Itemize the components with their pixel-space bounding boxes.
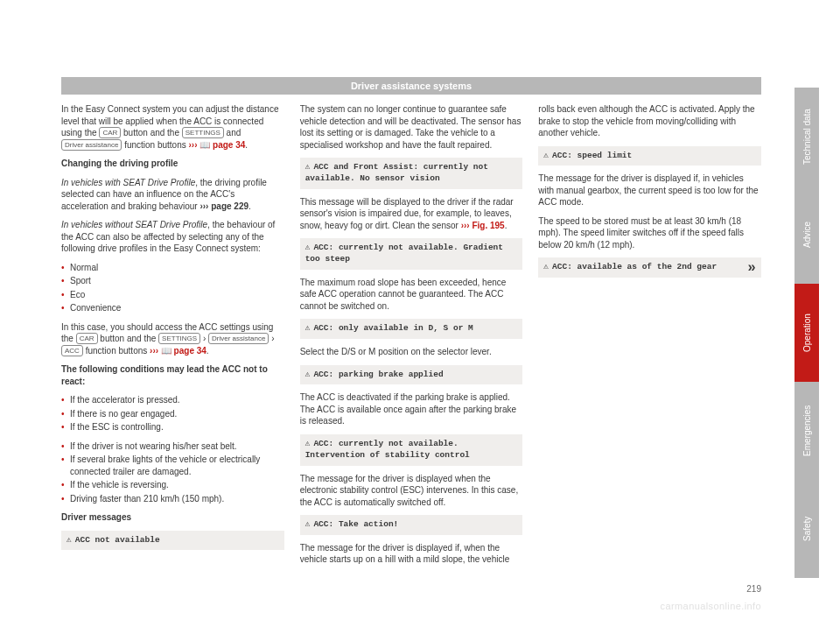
heading-changing-profile: Changing the driving profile	[61, 158, 284, 170]
driver-message-text: ACC: currently not available. Gradient t…	[305, 243, 503, 264]
watermark: carmanualsonline.info	[661, 601, 761, 611]
profile-list: Normal Sport Eco Convenience	[61, 262, 284, 314]
list-item: If the driver is not wearing his/her sea…	[61, 440, 284, 453]
text: button and the	[121, 128, 182, 137]
driver-message-text: ACC: currently not available. Interventi…	[305, 439, 470, 460]
warning-icon: ⚠	[543, 151, 549, 160]
text: In vehicles with SEAT Drive Profile	[61, 178, 195, 187]
driver-message-text: ACC: Take action!	[313, 519, 398, 529]
text: .	[245, 140, 248, 150]
driver-message-text: ACC not available	[75, 535, 160, 545]
driver-message-text: ACC and Front Assist: currently not avai…	[305, 162, 488, 183]
driver-message-body: The system can no longer continue to gua…	[300, 103, 523, 151]
page-number: 219	[746, 584, 761, 594]
heading-noreact: The following conditions may lead the AC…	[61, 363, 284, 387]
with-profile-paragraph: In vehicles with SEAT Drive Profile, the…	[61, 177, 284, 213]
text: .	[505, 221, 508, 230]
driver-message-text: ACC: parking brake applied	[313, 370, 443, 379]
driver-message-box: ⚠ACC: parking brake applied	[300, 365, 523, 385]
acc-button-label: ACC	[61, 345, 83, 356]
driver-message-box: ⚠ACC not available	[61, 531, 284, 551]
driver-message-body: The ACC is deactivated if the parking br…	[300, 391, 523, 427]
driver-assistance-button-label: Driver assistance	[61, 139, 122, 151]
noreact-list-b: If the driver is not wearing his/her sea…	[61, 440, 284, 505]
driver-message-box: ⚠ACC and Front Assist: currently not ava…	[300, 158, 523, 189]
tab-technical-data[interactable]: Technical data	[794, 88, 819, 186]
driver-message-text: ACC: speed limit	[552, 151, 632, 160]
text: .	[248, 201, 251, 211]
settings-button-label: SETTINGS	[158, 333, 200, 344]
car-button-label: CAR	[76, 333, 98, 344]
driver-message-box: » ⚠ACC: available as of the 2nd gear	[538, 257, 761, 278]
car-button-label: CAR	[99, 127, 121, 138]
list-item: If the accelerator is pressed.	[61, 394, 284, 406]
text: function buttons	[122, 140, 188, 150]
noreact-list-a: If the accelerator is pressed. If there …	[61, 394, 284, 433]
warning-icon: ⚠	[305, 370, 311, 379]
list-item: Normal	[61, 262, 284, 274]
warning-icon: ⚠	[305, 519, 311, 529]
tab-operation[interactable]: Operation	[794, 284, 819, 382]
text: and	[224, 128, 241, 137]
list-item: If the ESC is controlling.	[61, 421, 284, 433]
driver-message-box: ⚠ACC: speed limit	[538, 146, 761, 166]
tab-safety[interactable]: Safety	[794, 480, 819, 578]
list-item: Convenience	[61, 302, 284, 314]
warning-icon: ⚠	[66, 535, 72, 545]
fig-ref: ››› Fig. 195	[461, 221, 505, 230]
list-item: Driving faster than 210 km/h (150 mph).	[61, 493, 284, 505]
settings-path-paragraph: In this case, you should access the ACC …	[61, 321, 284, 357]
text: ›	[200, 334, 208, 343]
tab-emergencies[interactable]: Emergencies	[794, 382, 819, 480]
intro-paragraph: In the Easy Connect system you can adjus…	[61, 103, 284, 151]
warning-icon: ⚠	[305, 439, 311, 448]
text: ›	[269, 334, 274, 343]
driver-message-body: The speed to be stored must be at least …	[538, 215, 761, 251]
page-ref: ››› page 229	[200, 201, 248, 211]
warning-icon: ⚠	[305, 323, 311, 333]
driver-message-box: ⚠ACC: currently not available. Intervent…	[300, 434, 523, 466]
heading-driver-messages: Driver messages	[61, 511, 284, 524]
driver-message-body: The message for the driver is displayed …	[538, 173, 761, 208]
text: .	[206, 346, 209, 356]
text: In vehicles without SEAT Drive Profile	[61, 220, 207, 229]
driver-message-body: This message will be displayed to the dr…	[300, 196, 523, 232]
driver-message-box: ⚠ACC: only available in D, S or M	[300, 319, 523, 339]
text: button and the	[98, 334, 159, 343]
tab-advice[interactable]: Advice	[794, 186, 819, 284]
page-body: In the Easy Connect system you can adjus…	[61, 103, 761, 567]
driver-message-text: ACC: available as of the 2nd gear	[552, 262, 717, 271]
driver-message-text: ACC: only available in D, S or M	[313, 323, 472, 333]
driver-message-body: The message for the driver is displayed …	[300, 473, 523, 509]
text: function buttons	[83, 346, 150, 356]
warning-icon: ⚠	[305, 162, 311, 172]
list-item: If several brake lights of the vehicle o…	[61, 454, 284, 477]
section-header: Driver assistance systems	[61, 77, 761, 95]
driver-message-box: ⚠ACC: currently not available. Gradient …	[300, 238, 523, 270]
driver-assistance-button-label: Driver assistance	[208, 333, 269, 344]
warning-icon: ⚠	[543, 262, 549, 271]
without-profile-paragraph: In vehicles without SEAT Drive Profile, …	[61, 219, 284, 255]
driver-message-body: Select the D/S or M position on the sele…	[300, 346, 523, 358]
list-item: Sport	[61, 275, 284, 287]
list-item: If the vehicle is reversing.	[61, 479, 284, 491]
settings-button-label: SETTINGS	[182, 127, 224, 138]
driver-message-box: ⚠ACC: Take action!	[300, 515, 523, 535]
warning-icon: ⚠	[305, 243, 311, 252]
side-tabs: Technical data Advice Operation Emergenc…	[794, 88, 819, 578]
continuation-mark: »	[747, 264, 756, 272]
page-ref: ››› 📖 page 34	[150, 346, 206, 356]
list-item: If there is no gear engaged.	[61, 408, 284, 420]
page-ref: ››› 📖 page 34	[189, 140, 246, 150]
driver-message-body: The maximum road slope has been exceeded…	[300, 277, 523, 313]
list-item: Eco	[61, 289, 284, 301]
